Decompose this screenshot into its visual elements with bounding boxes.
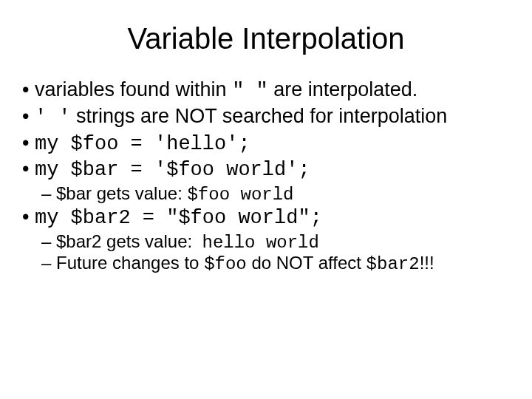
bullet-2-text-b: strings are NOT searched for interpolati… [71,105,448,127]
bullet-2: ' ' strings are NOT searched for interpo… [22,104,517,131]
bullet-3-code: my $foo = 'hello'; [35,133,250,155]
bullet-list-cont: my $bar2 = "$foo world"; [15,205,517,231]
bullet-4: my $bar = '$foo world'; [22,157,517,183]
bullet-1-text-b: are interpolated. [268,78,418,100]
bullet-4-1-text-a: $bar gets value: [56,183,187,203]
bullet-5-2-code2: $bar2 [366,254,420,274]
bullet-2-code: ' ' [35,106,71,129]
bullet-list: variables found within " " are interpola… [15,78,517,183]
sub-list-4: $bar gets value: $foo world [15,183,517,205]
bullet-1-text-a: variables found within [35,78,232,100]
bullet-5-2: Future changes to $foo do NOT affect $ba… [41,253,517,274]
sub-list-5: $bar2 gets value: hello world Future cha… [15,231,517,274]
slide: Variable Interpolation variables found w… [0,0,532,399]
bullet-5-1-code: hello world [202,233,318,253]
bullet-1-code: " " [232,80,268,102]
bullet-5-code: my $bar2 = "$foo world"; [35,207,322,229]
page-title: Variable Interpolation [15,22,517,55]
bullet-5-2-text-b: do NOT affect [247,253,366,273]
bullet-5-2-code1: $foo [204,254,247,274]
bullet-1: variables found within " " are interpola… [22,78,517,104]
bullet-5-2-text-a: Future changes to [56,253,204,273]
bullet-4-1: $bar gets value: $foo world [41,183,517,205]
bullet-3: my $foo = 'hello'; [22,131,517,157]
bullet-4-code: my $bar = '$foo world'; [35,159,310,181]
bullet-5-1-text-a: $bar2 gets value: [56,231,202,251]
bullet-5: my $bar2 = "$foo world"; [22,205,517,231]
bullet-5-2-text-c: !!! [420,253,434,273]
bullet-4-1-code: $foo world [187,185,293,205]
bullet-5-1: $bar2 gets value: hello world [41,231,517,253]
